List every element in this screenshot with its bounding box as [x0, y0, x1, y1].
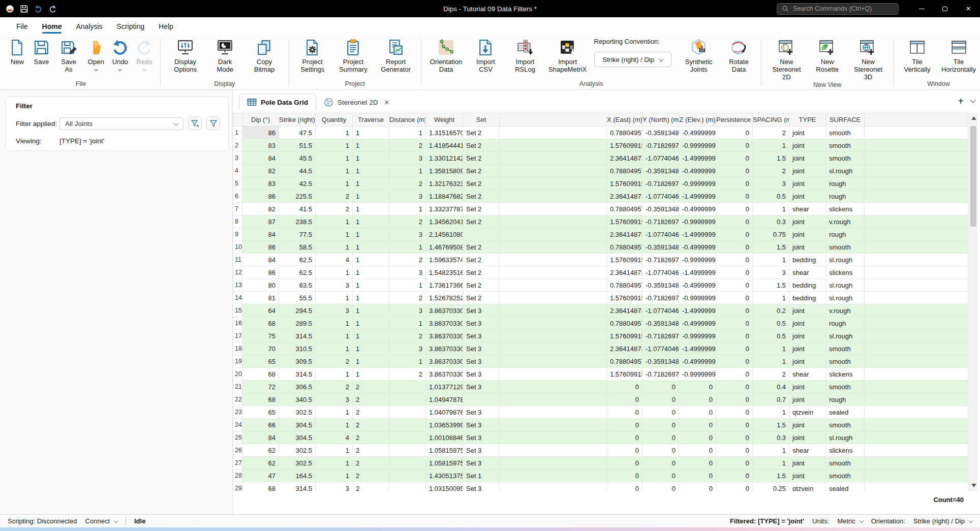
grid-cell[interactable]: 65 [242, 406, 279, 419]
grid-cell[interactable]: joint [789, 381, 826, 393]
grid-cell[interactable]: 1 [389, 127, 426, 139]
column-header-z-elev-m[interactable]: Z (Elev.) (m) [679, 113, 716, 127]
table-row[interactable]: 148155.51121.52678252690...Set 21.576099… [233, 292, 968, 304]
grid-cell[interactable]: 0.5 [753, 317, 789, 330]
row-header[interactable]: 15 [233, 304, 242, 317]
grid-cell[interactable]: 1 [353, 139, 389, 152]
grid-cell[interactable]: v.rough [826, 304, 865, 317]
grid-cell[interactable]: 1 [389, 317, 426, 330]
grid-cell[interactable]: 0.78804957703... [607, 355, 642, 368]
grid-cell[interactable]: slickens [826, 368, 865, 381]
menu-tab-home[interactable]: Home [35, 17, 69, 36]
column-header-x-east-m[interactable]: X (East) (m) [607, 113, 642, 127]
grid-cell[interactable]: 225.5 [279, 190, 316, 203]
row-header[interactable]: 10 [233, 241, 242, 254]
menu-tab-analysis[interactable]: Analysis [69, 17, 109, 36]
grid-cell[interactable]: 0 [716, 393, 753, 406]
grid-cell[interactable]: Set 3 [463, 381, 500, 393]
grid-cell[interactable]: 2 [389, 368, 426, 381]
grid-cell[interactable]: 2 [389, 215, 426, 228]
grid-cell[interactable]: 3 [316, 393, 353, 406]
grid-cell[interactable]: 84 [242, 431, 279, 444]
grid-cell[interactable]: 238.5 [279, 215, 316, 228]
grid-cell[interactable]: Set 2 [463, 215, 500, 228]
grid-cell[interactable]: 3 [316, 304, 353, 317]
grid-cell[interactable]: 2 [389, 177, 426, 190]
grid-cell[interactable]: 0 [716, 254, 753, 266]
grid-cell[interactable]: Set 3 [463, 342, 500, 355]
grid-cell[interactable]: Set 3 [463, 368, 500, 381]
row-header[interactable]: 25 [233, 431, 242, 444]
table-row[interactable]: 1870310.51133.86370330515...Set 32.36414… [233, 342, 968, 355]
grid-cell[interactable]: 1 [353, 279, 389, 292]
grid-cell[interactable]: 3.86370330515... [426, 304, 463, 317]
grid-cell[interactable]: 302.5 [279, 406, 316, 419]
grid-cell[interactable]: -0.7182697658... [642, 139, 679, 152]
menu-tab-scripting[interactable]: Scripting [110, 17, 151, 36]
grid-cell[interactable]: -0.9999999999... [679, 368, 716, 381]
grid-cell[interactable]: 0 [716, 470, 753, 482]
grid-cell[interactable]: 1 [353, 368, 389, 381]
ribbon-button-save[interactable]: Save [29, 37, 54, 66]
row-header[interactable]: 9 [233, 228, 242, 241]
grid-cell[interactable]: Set 3 [463, 317, 500, 330]
grid-cell[interactable]: 1 [353, 165, 389, 177]
grid-cell[interactable]: 0.4 [753, 381, 789, 393]
grid-cell[interactable]: smooth [826, 152, 865, 165]
grid-cell[interactable]: slickens [826, 266, 865, 279]
grid-cell[interactable]: 62.5 [279, 254, 316, 266]
grid-cell[interactable]: 3 [389, 152, 426, 165]
grid-cell[interactable]: -0.7182697658... [642, 177, 679, 190]
grid-cell[interactable]: 4 [316, 431, 353, 444]
table-row[interactable]: 38445.51131.33012142231...Set 22.3641487… [233, 152, 968, 165]
grid-cell[interactable]: 2 [353, 393, 389, 406]
grid-cell[interactable]: -0.9999999999... [679, 330, 716, 342]
grid-cell[interactable]: 2 [316, 381, 353, 393]
grid-cell[interactable]: 1 [316, 317, 353, 330]
column-header-traverse[interactable]: Traverse [353, 113, 389, 127]
grid-cell[interactable]: 3 [389, 342, 426, 355]
grid-cell[interactable]: 2 [753, 165, 789, 177]
grid-cell[interactable] [389, 457, 426, 470]
grid-cell[interactable]: smooth [826, 139, 865, 152]
grid-cell[interactable]: 2 [316, 355, 353, 368]
table-row[interactable]: 2762302.5121.05815975392...Set 300001joi… [233, 457, 968, 470]
grid-cell[interactable]: 3.86370330515... [426, 342, 463, 355]
grid-cell[interactable]: 0.5 [753, 330, 789, 342]
table-row[interactable]: 1668289.51113.86370330515...Set 30.78804… [233, 317, 968, 330]
grid-cell[interactable]: 62 [242, 444, 279, 457]
grid-cell[interactable]: 1 [316, 152, 353, 165]
grid-cell[interactable]: 0 [716, 215, 753, 228]
grid-cell[interactable]: 0.3 [753, 431, 789, 444]
grid-cell[interactable] [389, 431, 426, 444]
grid-cell[interactable]: 1.73617366633... [426, 279, 463, 292]
column-header-y-north-m[interactable]: Y (North) (m) [642, 113, 679, 127]
ribbon-button-dark-mode[interactable]: Dark Mode [207, 37, 243, 74]
grid-cell[interactable]: 75 [242, 330, 279, 342]
grid-cell[interactable]: -0.3591348829... [642, 127, 679, 139]
grid-cell[interactable]: smooth [826, 127, 865, 139]
grid-cell[interactable]: 3 [389, 228, 426, 241]
grid-cell[interactable]: joint [789, 215, 826, 228]
table-row[interactable]: 887238.51121.34562041400...Set 21.576099… [233, 215, 968, 228]
grid-cell[interactable]: 86 [242, 266, 279, 279]
grid-cell[interactable]: -0.3591348829... [642, 279, 679, 292]
grid-cell[interactable]: 1.59633574197... [426, 254, 463, 266]
grid-cell[interactable]: sealed [826, 482, 865, 491]
grid-cell[interactable]: 2 [753, 127, 789, 139]
grid-cell[interactable]: 2 [353, 431, 389, 444]
grid-cell[interactable]: 2 [353, 482, 389, 491]
grid-cell[interactable]: 1 [753, 139, 789, 152]
grid-cell[interactable]: 4 [316, 254, 353, 266]
grid-cell[interactable]: 0 [716, 317, 753, 330]
grid-cell[interactable]: 2.36414873111... [607, 190, 642, 203]
grid-cell[interactable]: Set 2 [463, 254, 500, 266]
grid-cell[interactable]: 3 [389, 266, 426, 279]
ribbon-button-import-csv[interactable]: Import CSV [468, 37, 504, 74]
ribbon-button-rotate-data[interactable]: Rotate Data [720, 37, 758, 74]
grid-cell[interactable]: 3.86370330515... [426, 317, 463, 330]
grid-cell[interactable]: 41.5 [279, 203, 316, 215]
table-row[interactable]: 138063.53111.73617366633...Set 20.788049… [233, 279, 968, 292]
grid-cell[interactable]: 0 [642, 419, 679, 431]
column-header-set[interactable]: Set [463, 113, 500, 127]
